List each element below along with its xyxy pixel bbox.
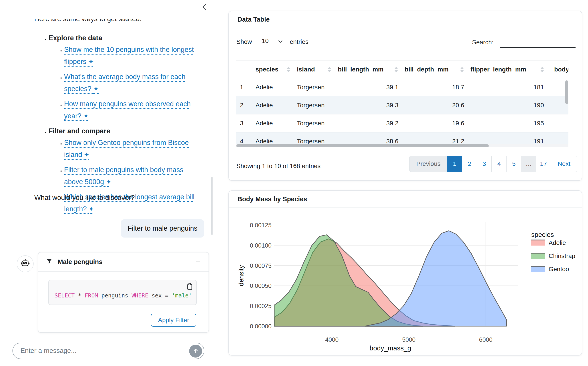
table-scroll-container: speciesislandbill_length_mmbill_depth_mm…	[236, 61, 568, 147]
search-label: Search:	[472, 39, 494, 48]
list-item: Show only Gentoo penguins from Biscoe is…	[64, 137, 204, 161]
pagination-2[interactable]: 2	[462, 156, 477, 172]
list-item: How many penguins were observed each yea…	[64, 99, 204, 122]
pagination-next[interactable]: Next	[550, 156, 577, 172]
sort-icon	[287, 67, 290, 72]
suggestion-section: Explore the dataShow me the 10 penguins …	[49, 32, 204, 122]
x-tick-label: 4000	[325, 336, 339, 343]
suggestion-section: Filter and compareShow only Gentoo pengu…	[49, 126, 204, 215]
table-row-number: 1	[236, 78, 252, 96]
robot-icon	[20, 258, 30, 269]
legend-swatch-chinstrap	[531, 253, 545, 259]
closing-question: What would you like to discover?	[34, 194, 135, 202]
intro-text: Here are some ways to get started.	[34, 19, 190, 23]
suggestion-link[interactable]: Show only Gentoo penguins from Biscoe is…	[64, 139, 189, 159]
filter-card-title: Male penguins	[58, 258, 102, 266]
table-cell: 195	[467, 114, 547, 132]
x-axis-title: body_mass_g	[370, 344, 411, 352]
collapse-card-button[interactable]: −	[196, 258, 201, 266]
list-item: Show me the 10 penguins with the longest…	[64, 44, 204, 68]
page-length-select[interactable]: 10	[256, 38, 285, 47]
table-cell: Torgersen	[293, 96, 334, 114]
show-label: Show	[236, 38, 252, 47]
sort-icon	[460, 67, 464, 72]
sparkle-icon: ✦	[83, 112, 89, 120]
page-length-control: Show 10 entries	[236, 38, 309, 47]
table-cell: 18.7	[401, 78, 467, 96]
avatar	[17, 255, 34, 272]
sparkle-icon: ✦	[89, 206, 94, 213]
pagination-5[interactable]: 5	[506, 156, 521, 172]
sparkle-icon: ✦	[93, 85, 98, 92]
legend-swatch-adelie	[531, 240, 545, 245]
legend-label-gentoo: Gentoo	[549, 266, 569, 273]
sql-token: WHERE	[132, 292, 148, 299]
chart-card: Body Mass by Species 0.000000.000250.000…	[228, 190, 582, 356]
table-header-species[interactable]: species	[252, 61, 293, 78]
suggestion-items: Show only Gentoo penguins from Biscoe is…	[49, 137, 204, 215]
table-header-rownum[interactable]	[236, 61, 252, 78]
pagination-1[interactable]: 1	[447, 156, 462, 172]
table-cell: Adelie	[252, 78, 293, 96]
funnel-icon	[46, 259, 52, 265]
arrow-up-icon	[192, 348, 199, 355]
column-label: body_mass_g	[554, 66, 568, 73]
apply-filter-button[interactable]: Apply Filter	[151, 314, 196, 327]
sql-token: FROM	[85, 292, 98, 299]
sort-down-icon	[394, 70, 398, 72]
suggestion-link[interactable]: Filter to male penguins with body mass a…	[64, 166, 183, 186]
filter-card-header: Male penguins −	[38, 252, 209, 272]
y-tick-label: 0.00000	[250, 323, 271, 330]
message-input-bar	[13, 343, 204, 359]
column-label: bill_depth_mm	[405, 66, 449, 73]
suggestion-link[interactable]: Show me the 10 penguins with the longest…	[64, 46, 194, 65]
search-input[interactable]	[500, 38, 575, 48]
sql-code: SELECT * FROM penguins WHERE sex = 'male…	[54, 292, 192, 299]
table-header-bill_depth_mm[interactable]: bill_depth_mm	[401, 61, 467, 78]
data-table: speciesislandbill_length_mmbill_depth_mm…	[236, 61, 568, 147]
table-header-body_mass_g[interactable]: body_mass_g	[547, 61, 568, 78]
user-message-bubble: Filter to male penguins	[121, 219, 204, 237]
y-tick-label: 0.00125	[250, 222, 271, 229]
app-root: Here are some ways to get started. Explo…	[0, 0, 588, 366]
copy-button[interactable]	[186, 282, 193, 291]
clipboard-icon	[186, 288, 193, 291]
table-row-number: 2	[236, 96, 252, 114]
sparkle-icon: ✦	[106, 178, 111, 185]
pagination-17[interactable]: 17	[536, 156, 551, 172]
table-horizontal-scrollbar[interactable]	[236, 144, 489, 147]
collapse-sidebar-button[interactable]	[200, 2, 210, 13]
density-chart: 0.000000.000250.000500.000750.001000.001…	[229, 207, 583, 356]
table-cell: Adelie	[252, 96, 293, 114]
table-cell: 19.6	[401, 114, 467, 132]
sql-token: *	[75, 292, 85, 299]
pagination-4[interactable]: 4	[491, 156, 506, 172]
table-header-island[interactable]: island	[293, 61, 334, 78]
intro-message-clipped: Here are some ways to get started.	[34, 19, 190, 24]
table-row-number: 3	[236, 114, 252, 132]
y-tick-label: 0.00025	[250, 303, 271, 309]
suggestion-section-title: Explore the data	[49, 34, 102, 42]
table-vertical-scrollbar[interactable]	[565, 80, 568, 104]
sql-token: penguins	[98, 292, 132, 299]
suggestion-link[interactable]: How many penguins were observed each yea…	[64, 100, 191, 120]
sparkle-icon: ✦	[84, 151, 90, 158]
suggestion-section-title: Filter and compare	[49, 127, 110, 135]
pagination-3[interactable]: 3	[477, 156, 492, 172]
send-button[interactable]	[189, 345, 202, 358]
suggestion-link[interactable]: What's the average body mass for each sp…	[64, 73, 185, 93]
y-tick-label: 0.00050	[250, 282, 271, 289]
chart-card-title: Body Mass by Species	[229, 191, 582, 208]
table-header-bill_length_mm[interactable]: bill_length_mm	[334, 61, 401, 78]
table-header-flipper_length_mm[interactable]: flipper_length_mm	[467, 61, 547, 78]
message-input[interactable]	[21, 344, 181, 357]
sort-up-icon	[460, 67, 464, 69]
table-cell	[547, 114, 568, 132]
legend-title: species	[531, 231, 554, 238]
table-cell: 20.6	[401, 96, 467, 114]
sort-down-icon	[328, 70, 331, 72]
y-tick-label: 0.00100	[250, 242, 271, 249]
chat-scrollbar[interactable]	[211, 177, 212, 235]
column-label: bill_length_mm	[338, 66, 384, 73]
data-table-card-title: Data Table	[229, 11, 582, 28]
